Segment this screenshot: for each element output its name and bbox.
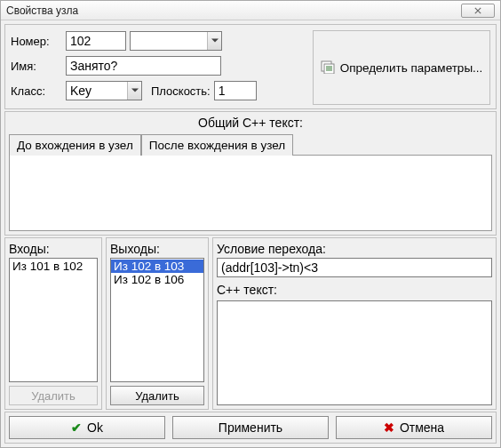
cancel-button[interactable]: ✖ Отмена	[336, 416, 492, 439]
list-item[interactable]: Из 101 в 102	[10, 260, 97, 273]
cpp-text-label: С++ текст:	[217, 281, 492, 299]
class-label: Класс:	[11, 84, 66, 98]
close-icon: ✖	[384, 420, 394, 435]
tab-before-entry[interactable]: До вхождения в узел	[9, 134, 141, 156]
apply-label: Применить	[219, 420, 282, 435]
apply-button[interactable]: Применить	[172, 416, 329, 439]
outputs-list[interactable]: Из 102 в 103 Из 102 в 106	[110, 258, 204, 382]
chevron-down-icon	[127, 82, 141, 100]
delete-output-button[interactable]: Удалить	[110, 386, 204, 405]
list-item[interactable]: Из 102 в 103	[111, 260, 203, 273]
condition-header: Условие перехода:	[217, 240, 492, 258]
outputs-header: Выходы:	[110, 240, 204, 258]
chevron-down-icon	[207, 32, 221, 50]
close-button[interactable]	[461, 4, 495, 18]
plane-label: Плоскость:	[151, 84, 211, 98]
list-item[interactable]: Из 102 в 106	[111, 273, 203, 286]
tab-after-entry[interactable]: После вхождения в узел	[141, 134, 293, 156]
name-input[interactable]	[66, 56, 221, 76]
ok-label: Ok	[87, 420, 103, 435]
inputs-header: Входы:	[9, 240, 98, 258]
cpp-text-area[interactable]	[9, 155, 492, 231]
inputs-list[interactable]: Из 101 в 102	[9, 258, 98, 382]
params-icon	[321, 60, 335, 76]
cancel-label: Отмена	[400, 420, 444, 435]
number-label: Номер:	[11, 35, 66, 48]
type-value	[131, 32, 207, 50]
name-label: Имя:	[11, 60, 66, 73]
plane-input[interactable]	[214, 81, 257, 100]
define-params-label: Определить параметры...	[340, 61, 483, 75]
define-params-button[interactable]: Определить параметры...	[313, 30, 490, 105]
window-title: Свойства узла	[6, 4, 461, 17]
check-icon: ✔	[71, 420, 82, 435]
condition-input[interactable]	[217, 258, 492, 277]
class-combo[interactable]: Key	[66, 81, 142, 100]
class-value: Key	[67, 82, 127, 100]
number-input[interactable]	[66, 31, 126, 51]
ok-button[interactable]: ✔ Ok	[9, 416, 165, 439]
delete-input-button: Удалить	[9, 386, 98, 405]
type-combo[interactable]	[130, 31, 222, 51]
condition-cpp-textarea[interactable]	[217, 300, 492, 405]
common-cpp-text-label: Общий С++ текст:	[9, 114, 492, 133]
